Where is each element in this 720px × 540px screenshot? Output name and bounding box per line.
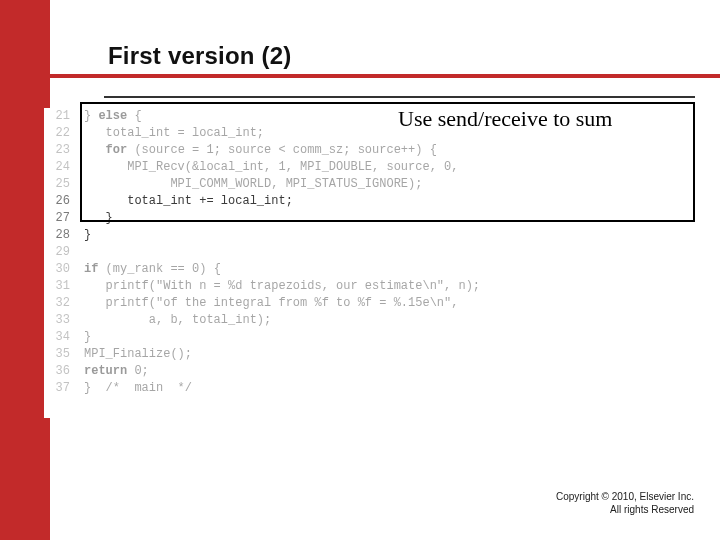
line-number: 34 bbox=[44, 329, 74, 346]
code-line: MPI_COMM_WORLD, MPI_STATUS_IGNORE); bbox=[84, 176, 698, 193]
code-line: a, b, total_int); bbox=[84, 312, 698, 329]
copyright-line1: Copyright © 2010, Elsevier Inc. bbox=[556, 491, 694, 504]
code-line bbox=[84, 244, 698, 261]
copyright: Copyright © 2010, Elsevier Inc. All righ… bbox=[556, 491, 694, 516]
code-line: } bbox=[84, 329, 698, 346]
code-line: printf("With n = %d trapezoids, our esti… bbox=[84, 278, 698, 295]
line-number: 25 bbox=[44, 176, 74, 193]
code-listing: 2122232425262728293031323334353637 } els… bbox=[44, 108, 698, 418]
line-number: 23 bbox=[44, 142, 74, 159]
code-line: MPI_Finalize(); bbox=[84, 346, 698, 363]
side-accent-bar bbox=[0, 0, 50, 540]
header-rule-dark bbox=[104, 96, 695, 98]
line-number: 33 bbox=[44, 312, 74, 329]
line-number: 35 bbox=[44, 346, 74, 363]
code-line: } bbox=[84, 227, 698, 244]
code-line: total_int += local_int; bbox=[84, 193, 698, 210]
line-number: 22 bbox=[44, 125, 74, 142]
header-rule-red bbox=[48, 74, 720, 78]
line-number: 36 bbox=[44, 363, 74, 380]
copyright-line2: All rights Reserved bbox=[556, 504, 694, 517]
line-number: 37 bbox=[44, 380, 74, 397]
line-number: 27 bbox=[44, 210, 74, 227]
code-line: if (my_rank == 0) { bbox=[84, 261, 698, 278]
line-number: 29 bbox=[44, 244, 74, 261]
code-body: } else { total_int = local_int; for (sou… bbox=[84, 108, 698, 397]
code-line: for (source = 1; source < comm_sz; sourc… bbox=[84, 142, 698, 159]
line-number: 26 bbox=[44, 193, 74, 210]
callout-label: Use send/receive to sum bbox=[394, 106, 616, 132]
line-number: 21 bbox=[44, 108, 74, 125]
line-number: 30 bbox=[44, 261, 74, 278]
line-number: 24 bbox=[44, 159, 74, 176]
code-line: return 0; bbox=[84, 363, 698, 380]
line-number: 28 bbox=[44, 227, 74, 244]
code-line: } bbox=[84, 210, 698, 227]
page-title: First version (2) bbox=[108, 42, 291, 70]
line-number: 32 bbox=[44, 295, 74, 312]
slide: First version (2) 2122232425262728293031… bbox=[0, 0, 720, 540]
code-line: printf("of the integral from %f to %f = … bbox=[84, 295, 698, 312]
code-line: MPI_Recv(&local_int, 1, MPI_DOUBLE, sour… bbox=[84, 159, 698, 176]
code-line: } /* main */ bbox=[84, 380, 698, 397]
line-number-gutter: 2122232425262728293031323334353637 bbox=[44, 108, 74, 397]
line-number: 31 bbox=[44, 278, 74, 295]
